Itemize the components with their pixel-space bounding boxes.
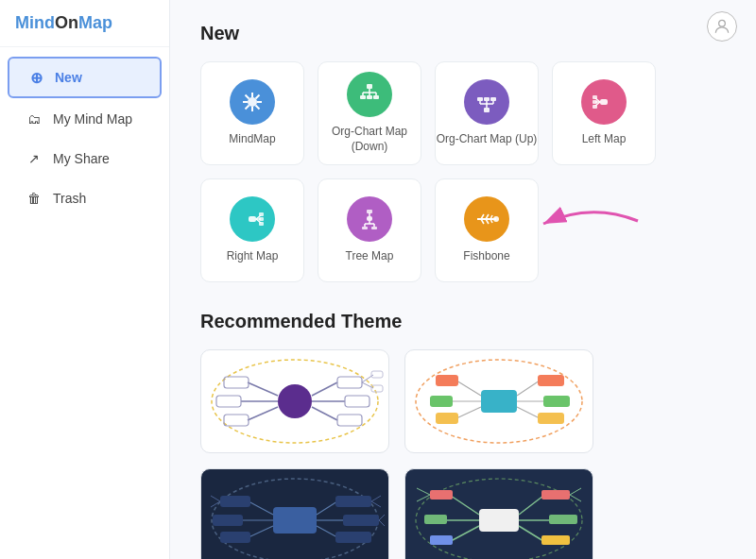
svg-rect-50 [371,227,377,229]
svg-rect-20 [484,97,490,101]
theme-grid [200,349,726,559]
org-chart-up-label: Org-Chart Map (Up) [437,132,538,147]
svg-rect-71 [337,377,362,388]
trash-icon: 🗑 [25,189,43,208]
logo-area: MindOnMap [0,0,169,47]
svg-rect-85 [436,413,458,424]
sidebar-item-label-trash: Trash [53,191,86,206]
svg-rect-89 [538,375,564,386]
svg-rect-33 [593,100,597,104]
svg-rect-79 [481,390,517,413]
sidebar-item-my-share[interactable]: ↗ My Share [8,140,162,178]
svg-rect-34 [593,105,597,109]
svg-rect-72 [345,396,369,407]
svg-line-94 [249,501,273,515]
svg-rect-27 [484,108,490,112]
svg-line-64 [248,407,278,420]
logo-mind: Mind [15,13,55,32]
new-section-title: New [200,23,726,44]
svg-rect-73 [337,415,362,426]
theme-card-3[interactable] [200,468,389,559]
svg-rect-18 [373,95,379,99]
logo-on: On [55,13,78,32]
svg-line-88 [517,407,540,418]
mindmap-label: MindMap [229,132,275,147]
sidebar-item-new[interactable]: ⊕ New [8,57,162,98]
svg-rect-76 [371,371,383,378]
theme-card-1[interactable] [200,349,389,453]
org-chart-up-icon [464,79,509,125]
map-card-mindmap[interactable]: MindMap [200,61,304,165]
svg-line-68 [312,382,337,396]
svg-rect-97 [220,496,250,507]
svg-line-102 [317,501,337,515]
left-map-label: Left Map [582,132,627,147]
svg-rect-106 [343,515,379,526]
tree-map-label: Tree Map [346,249,394,264]
fishbone-wrapper: Fishbone [435,178,539,282]
theme-card-4[interactable] [404,468,593,559]
svg-rect-93 [273,507,317,534]
svg-rect-19 [477,97,483,101]
sidebar-item-trash[interactable]: 🗑 Trash [8,179,162,217]
svg-rect-84 [430,396,453,407]
fishbone-arrow [534,197,647,245]
svg-rect-40 [259,217,264,221]
right-map-icon [230,196,275,242]
sidebar-nav: ⊕ New 🗂 My Mind Map ↗ My Share 🗑 Trash [0,47,169,227]
theme-card-2[interactable] [404,349,593,453]
left-map-icon [581,79,627,125]
svg-line-86 [517,381,540,396]
svg-rect-83 [436,375,458,386]
svg-rect-67 [224,415,249,426]
svg-rect-90 [543,396,570,407]
svg-line-80 [456,381,481,396]
sidebar-item-label-new: New [55,70,82,85]
svg-rect-119 [424,515,447,524]
user-avatar[interactable] [707,11,737,42]
map-card-tree-map[interactable]: Tree Map [318,178,421,282]
map-card-left-map[interactable]: Left Map [552,61,656,165]
map-card-org-chart-up[interactable]: Org-Chart Map (Up) [435,61,539,165]
svg-rect-44 [367,210,372,213]
map-icon: 🗂 [25,110,43,128]
sidebar-item-label-myshare: My Share [53,151,110,166]
header-right [707,11,737,42]
right-map-label: Right Map [227,249,279,264]
svg-rect-120 [430,535,453,545]
fishbone-icon [464,196,509,242]
svg-rect-127 [549,515,577,524]
sidebar-item-my-mind-map[interactable]: 🗂 My Mind Map [8,100,162,138]
svg-rect-91 [538,413,564,424]
svg-point-52 [493,216,499,222]
logo-map: Map [78,13,112,32]
sidebar: MindOnMap ⊕ New 🗂 My Mind Map ↗ My Share… [0,0,170,559]
svg-line-104 [317,526,337,537]
sidebar-item-label-mymindmap: My Mind Map [53,111,132,127]
org-chart-down-icon [347,72,392,117]
svg-line-70 [312,407,337,420]
map-card-fishbone[interactable]: Fishbone [435,178,539,282]
svg-rect-99 [220,532,250,543]
svg-rect-28 [600,99,608,105]
map-card-right-map[interactable]: Right Map [200,178,304,282]
svg-line-96 [249,526,273,537]
svg-rect-42 [367,216,372,221]
svg-rect-39 [259,212,264,216]
svg-point-61 [278,384,312,418]
svg-line-8 [256,95,260,99]
map-card-org-chart-down[interactable]: Org-Chart Map(Down) [318,61,421,165]
svg-rect-65 [224,377,249,388]
svg-line-6 [246,95,249,99]
svg-rect-118 [430,490,453,500]
svg-rect-114 [479,509,519,532]
svg-rect-66 [216,396,241,407]
svg-rect-49 [362,227,368,229]
main-content: New MindMap [170,0,756,559]
svg-rect-21 [490,97,496,101]
tree-map-icon [347,196,392,242]
svg-rect-107 [335,532,371,543]
svg-line-110 [379,515,385,520]
org-chart-down-label: Org-Chart Map(Down) [332,125,407,154]
mindmap-icon [230,79,275,125]
